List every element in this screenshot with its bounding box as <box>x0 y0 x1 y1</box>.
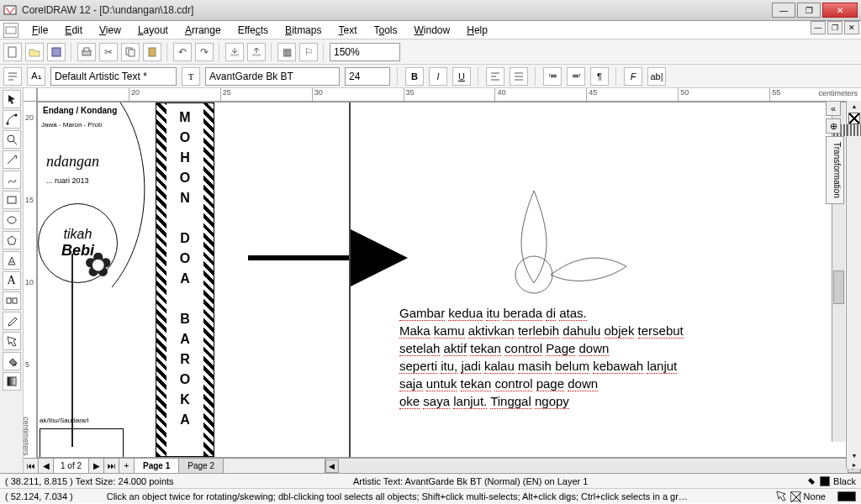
style-icon: A₁ <box>27 67 45 86</box>
text-direction-icon[interactable] <box>3 67 22 86</box>
zoom-combo[interactable]: 150% ▼ <box>330 43 400 61</box>
svg-rect-21 <box>8 377 16 386</box>
bold-button[interactable]: B <box>405 67 424 86</box>
ellipse-tool[interactable] <box>3 211 21 229</box>
align-left-button[interactable] <box>486 67 504 86</box>
menu-edit[interactable]: Edit <box>58 23 89 38</box>
print-button[interactable] <box>77 43 96 61</box>
big-arrow-icon <box>248 220 416 297</box>
basic-shapes-tool[interactable] <box>3 251 21 270</box>
size-combo[interactable]: 24▼ <box>345 67 390 86</box>
fill-tool[interactable] <box>3 352 21 370</box>
corel-online-button[interactable]: ⚐ <box>299 43 318 61</box>
color-swatch[interactable] <box>853 124 855 136</box>
underline-button[interactable]: U <box>452 67 471 86</box>
horizontal-scrollbar[interactable]: ◀▶ <box>325 459 861 473</box>
transformation-docker-icon[interactable]: ⊕ <box>826 118 841 134</box>
menu-view[interactable]: View <box>92 23 128 38</box>
transformation-docker-tab[interactable]: Transformation <box>826 136 844 204</box>
color-swatch[interactable] <box>847 124 848 136</box>
menu-arrange[interactable]: Arrange <box>178 23 228 38</box>
palette-down-icon[interactable]: ▾ <box>851 450 858 461</box>
interactive-blend-tool[interactable] <box>3 291 21 310</box>
format-text-button[interactable]: F <box>624 67 642 86</box>
menu-help[interactable]: Help <box>460 23 494 38</box>
outline-tool[interactable] <box>3 332 21 350</box>
doc-close-button[interactable]: ✕ <box>844 21 859 34</box>
svg-point-12 <box>14 114 17 117</box>
fill-label: Black <box>833 476 856 486</box>
maximize-button[interactable]: ❐ <box>797 3 821 18</box>
fill-swatch-icon <box>805 475 816 488</box>
svg-rect-19 <box>13 298 17 303</box>
ruler-vertical[interactable]: 20 15 10 5 centimeters <box>24 102 37 458</box>
freehand-tool[interactable] <box>3 150 21 169</box>
menu-layout[interactable]: Layout <box>131 23 175 38</box>
menu-bitmaps[interactable]: Bitmaps <box>278 23 328 38</box>
menu-text[interactable]: Text <box>331 23 363 38</box>
outline-pen-icon <box>775 490 787 503</box>
app-name: CorelDRAW 12 <box>22 4 91 16</box>
outline-swatch[interactable] <box>790 491 800 501</box>
page-tab-2[interactable]: Page 2 <box>179 459 224 473</box>
drawing-page[interactable]: Endang / Kondang Jawa - Maron - Prob nda… <box>37 102 861 458</box>
align-dropdown[interactable] <box>510 67 528 86</box>
polygon-tool[interactable] <box>3 231 21 249</box>
redo-button[interactable]: ↷ <box>195 43 214 61</box>
italic-button[interactable]: I <box>429 67 447 86</box>
shape-tool[interactable] <box>3 110 21 129</box>
control-menu-icon[interactable] <box>3 23 18 38</box>
svg-rect-9 <box>230 54 239 56</box>
bullets-button[interactable]: ≔ <box>543 67 562 86</box>
last-page-button[interactable]: ⏭ <box>104 459 119 473</box>
menu-window[interactable]: Window <box>408 23 457 38</box>
nonprint-button[interactable]: ¶ <box>590 67 609 86</box>
docker-expand-icon[interactable]: « <box>826 101 841 116</box>
menu-tools[interactable]: Tools <box>367 23 404 38</box>
text-tool[interactable]: A <box>3 271 21 290</box>
new-button[interactable] <box>3 43 22 61</box>
main-area: A 2025303540455055 centimeters 20 15 10 … <box>0 88 861 473</box>
no-color-swatch[interactable] <box>848 113 860 124</box>
page-tab-1[interactable]: Page 1 <box>135 459 179 473</box>
style-combo[interactable]: Default Artistic Text *▼ <box>50 67 177 86</box>
eyedropper-tool[interactable] <box>3 312 21 330</box>
undo-button[interactable]: ↶ <box>173 43 192 61</box>
fill-swatch[interactable] <box>820 476 830 486</box>
instruction-text[interactable]: Gambar kedua itu berada di atas. Maka ka… <box>399 304 803 410</box>
import-button[interactable] <box>225 43 244 61</box>
add-page-button[interactable]: + <box>119 459 135 473</box>
doc-minimize-button[interactable]: — <box>811 21 826 34</box>
pick-tool[interactable] <box>3 90 21 108</box>
edit-text-button[interactable]: ab| <box>647 67 666 86</box>
color-swatch[interactable] <box>850 124 852 136</box>
palette-up-icon[interactable]: ▴ <box>851 101 858 112</box>
ruler-horizontal[interactable]: 2025303540455055 centimeters <box>24 88 861 102</box>
next-page-button[interactable]: ▶ <box>89 459 104 473</box>
style-value: Default Artistic Text * <box>55 71 147 82</box>
doc-restore-button[interactable]: ❐ <box>827 21 843 34</box>
app-launcher-button[interactable]: ▦ <box>277 43 296 61</box>
minimize-button[interactable]: — <box>772 3 795 18</box>
prev-page-button[interactable]: ◀ <box>39 459 54 473</box>
cut-button[interactable]: ✂ <box>99 43 118 61</box>
close-button[interactable]: ✕ <box>822 3 858 18</box>
zoom-tool[interactable] <box>3 130 21 149</box>
paste-button[interactable] <box>143 43 161 61</box>
export-button[interactable] <box>247 43 266 61</box>
dropcap-button[interactable]: ≕ <box>567 67 585 86</box>
open-button[interactable] <box>25 43 44 61</box>
menu-effects[interactable]: Effects <box>231 23 275 38</box>
toolbox: A <box>0 88 24 473</box>
menu-file[interactable]: File <box>25 23 55 38</box>
default-fill-swatch[interactable] <box>837 491 856 501</box>
interactive-fill-tool[interactable] <box>3 372 21 391</box>
rectangle-tool[interactable] <box>3 191 21 209</box>
smart-draw-tool[interactable] <box>3 171 21 189</box>
font-combo[interactable]: AvantGarde Bk BT▼ <box>205 67 340 86</box>
palette-flyout-icon[interactable]: ▸ <box>853 461 856 469</box>
copy-button[interactable] <box>121 43 140 61</box>
color-swatch[interactable] <box>857 124 858 136</box>
save-button[interactable] <box>47 43 66 61</box>
first-page-button[interactable]: ⏮ <box>24 459 39 473</box>
